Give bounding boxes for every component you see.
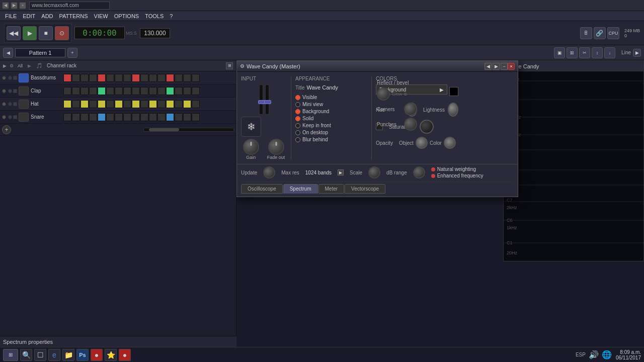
pad-snare-3[interactable]	[80, 113, 89, 121]
env-btn-hat[interactable]	[13, 102, 17, 106]
taskbar-ie-icon[interactable]: e	[48, 349, 60, 361]
visible-radio[interactable]: Visible	[295, 95, 367, 100]
pad-hat-12[interactable]	[157, 100, 166, 108]
pad-clap-15[interactable]	[183, 87, 191, 95]
menu-help[interactable]: ?	[167, 11, 176, 21]
pad-hat-6[interactable]	[106, 100, 114, 108]
pad-clap-9[interactable]	[132, 87, 140, 95]
pad-bd-5[interactable]	[98, 74, 106, 82]
plugin-prev-btn[interactable]: ◀	[485, 63, 492, 70]
pad-hat-2[interactable]	[72, 100, 80, 108]
scale-knob[interactable]	[368, 166, 380, 178]
natural-weighting-radio[interactable]: Natural weighting	[431, 166, 484, 172]
plugin-min-btn[interactable]: –	[501, 63, 508, 70]
plugin-close-btn[interactable]: ×	[508, 63, 515, 70]
taskbar-red-icon-2[interactable]: ●	[119, 349, 131, 361]
lightness-knob[interactable]	[448, 103, 458, 117]
taskbar-folder-icon[interactable]: 📁	[62, 349, 74, 361]
settings-icon[interactable]: ⚙	[10, 63, 14, 68]
pad-bd-7[interactable]	[115, 74, 123, 82]
pad-snare-13[interactable]	[166, 113, 174, 121]
punches-knob[interactable]	[404, 118, 417, 131]
menu-options[interactable]: OPTIONS	[111, 11, 142, 21]
ondesktop-radio[interactable]: On desktop	[295, 130, 367, 135]
fadeout-knob[interactable]	[268, 139, 284, 155]
mute-btn-clap[interactable]	[2, 89, 6, 93]
link-btn[interactable]: 🔗	[594, 27, 606, 39]
taskbar-view-icon[interactable]: ☐	[34, 349, 46, 361]
forward-btn[interactable]: ▶	[11, 2, 18, 9]
miniview-radio-btn[interactable]	[295, 102, 300, 107]
pad-clap-7[interactable]	[115, 87, 123, 95]
fader-handle-2[interactable]	[264, 100, 271, 104]
tab-meter[interactable]: Meter	[318, 184, 345, 194]
pad-snare-8[interactable]	[123, 113, 131, 121]
pad-bd-6[interactable]	[106, 74, 114, 82]
menu-file[interactable]: FILE	[2, 11, 20, 21]
pad-snare-15[interactable]	[183, 113, 191, 121]
snare-instrument[interactable]	[19, 113, 29, 122]
pad-bd-13[interactable]	[166, 74, 174, 82]
pad-bd-11[interactable]	[149, 74, 157, 82]
clap-pads[interactable]	[63, 87, 200, 95]
pad-hat-8[interactable]	[123, 100, 131, 108]
plugin-next-btn[interactable]: ▶	[493, 63, 500, 70]
pad-snare-16[interactable]	[192, 113, 200, 121]
speaker-icon[interactable]: 🔊	[589, 350, 599, 359]
bassdrums-instrument[interactable]	[19, 73, 29, 82]
menu-patterns[interactable]: PATTERNS	[56, 11, 91, 21]
pad-clap-8[interactable]	[123, 87, 131, 95]
pattern-tool-2[interactable]: ⊞	[567, 47, 578, 58]
pad-bd-4[interactable]	[89, 74, 97, 82]
saturation-knob[interactable]	[420, 120, 434, 134]
grid-icon[interactable]: ⊞	[226, 62, 233, 69]
pattern-tool-4[interactable]: ↕	[592, 47, 603, 58]
blurbehind-radio[interactable]: Blur behind	[295, 137, 367, 142]
pad-snare-4[interactable]	[89, 113, 97, 121]
pad-hat-3[interactable]	[80, 100, 89, 108]
fader-track-1[interactable]	[259, 84, 263, 115]
taskbar-search-icon[interactable]: 🔍	[20, 349, 32, 361]
pad-snare-10[interactable]	[140, 113, 148, 121]
solo-btn-hat[interactable]	[8, 102, 12, 106]
pad-clap-11[interactable]	[149, 87, 157, 95]
menu-tools[interactable]: TOOLS	[142, 11, 167, 21]
pad-hat-14[interactable]	[175, 100, 183, 108]
mute-btn-hat[interactable]	[2, 102, 6, 106]
hat-instrument[interactable]	[19, 100, 29, 109]
pad-clap-16[interactable]	[192, 87, 200, 95]
pad-hat-16[interactable]	[192, 100, 200, 108]
pad-hat-11[interactable]	[149, 100, 157, 108]
stop-btn[interactable]: ■	[39, 26, 53, 40]
keepfront-radio[interactable]: Keep in front	[295, 123, 367, 128]
pad-clap-10[interactable]	[140, 87, 148, 95]
pad-snare-2[interactable]	[72, 113, 80, 121]
pad-clap-4[interactable]	[89, 87, 97, 95]
pad-bd-1[interactable]	[63, 74, 71, 82]
pad-snare-12[interactable]	[157, 113, 166, 121]
pad-bd-3[interactable]	[80, 74, 89, 82]
url-bar[interactable]: www.tecmaxsoft.com	[29, 2, 110, 10]
network-icon[interactable]: 🌐	[602, 350, 612, 359]
download-btn[interactable]: ↓	[604, 47, 615, 58]
color-swatch[interactable]	[449, 87, 458, 96]
pad-snare-14[interactable]	[175, 113, 183, 121]
solo-btn-bassdrums[interactable]	[8, 76, 12, 80]
pad-snare-11[interactable]	[149, 113, 157, 121]
solid-radio[interactable]: Solid	[295, 116, 367, 121]
menu-view[interactable]: VIEW	[91, 11, 111, 21]
tab-oscilloscope[interactable]: Oscilloscope	[241, 184, 283, 194]
pad-bd-2[interactable]	[72, 74, 80, 82]
back-btn[interactable]: ◀	[2, 2, 9, 9]
pad-hat-4[interactable]	[89, 100, 97, 108]
pad-clap-1[interactable]	[63, 87, 71, 95]
pad-hat-7[interactable]	[115, 100, 123, 108]
keepfront-radio-btn[interactable]	[295, 123, 300, 128]
pad-clap-14[interactable]	[175, 87, 183, 95]
rewind-btn[interactable]: ◀◀	[7, 26, 21, 40]
pad-bd-12[interactable]	[157, 74, 166, 82]
pad-bd-10[interactable]	[140, 74, 148, 82]
pad-clap-3[interactable]	[80, 87, 89, 95]
pad-snare-9[interactable]	[132, 113, 140, 121]
tab-spectrum[interactable]: Spectrum	[283, 184, 318, 194]
